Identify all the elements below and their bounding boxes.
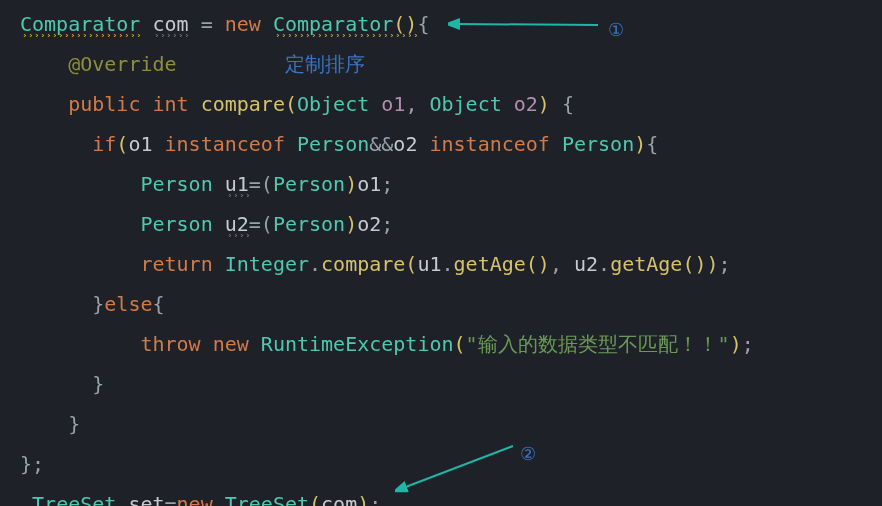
comment-custom-sort: 定制排序 — [285, 52, 365, 76]
line-7: return Integer.compare(u1.getAge(), u2.g… — [20, 252, 731, 276]
type-treeset: TreeSet — [32, 492, 116, 506]
line-12: }; — [20, 452, 44, 476]
code-block[interactable]: Comparator com = new Comparator(){ @Over… — [0, 0, 882, 506]
line-4: if(o1 instanceof Person&&o2 instanceof P… — [20, 132, 658, 156]
type-comparator-2: Comparator — [273, 12, 393, 37]
line-10: } — [20, 372, 104, 396]
type-comparator: Comparator — [20, 12, 140, 37]
line-13: TreeSet set=new TreeSet(com); — [20, 492, 381, 506]
line-3: public int compare(Object o1, Object o2)… — [20, 92, 574, 116]
annotation-override: @Override — [68, 52, 176, 76]
var-com: com — [152, 12, 188, 37]
line-11: } — [20, 412, 80, 436]
line-6: Person u2=(Person)o2; — [20, 212, 393, 237]
method-compare: compare — [201, 92, 285, 116]
line-5: Person u1=(Person)o1; — [20, 172, 393, 197]
line-1: Comparator com = new Comparator(){ — [20, 12, 429, 37]
line-9: throw new RuntimeException("输入的数据类型不匹配！！… — [20, 332, 754, 356]
line-8: }else{ — [20, 292, 165, 316]
line-2: @Override 定制排序 — [20, 52, 365, 76]
string-literal: "输入的数据类型不匹配！！" — [466, 332, 730, 356]
